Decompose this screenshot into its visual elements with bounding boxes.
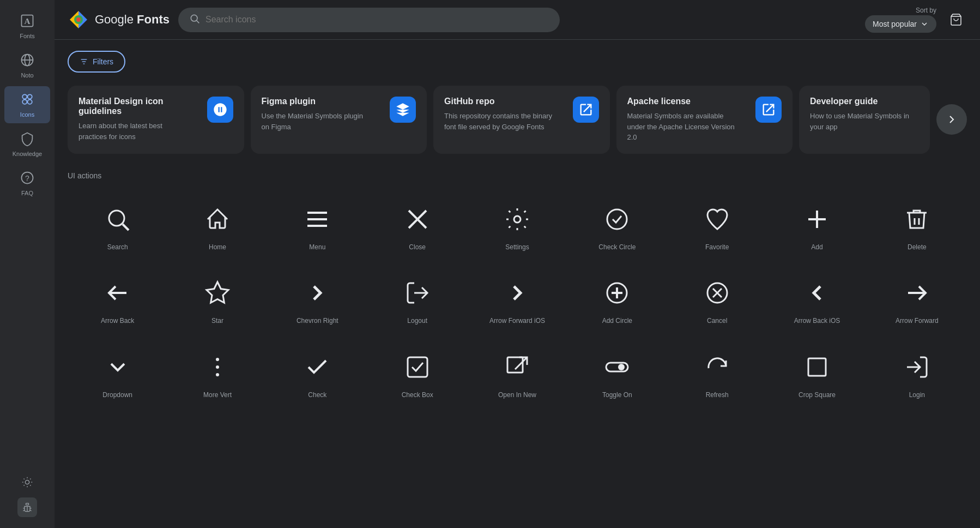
next-card-button[interactable] (936, 104, 967, 135)
logo-normal: Google (95, 13, 137, 26)
icon-cell-crop-square[interactable]: Crop Square (767, 339, 867, 409)
delete-symbol (904, 204, 930, 235)
icon-cell-open-in-new[interactable]: Open In New (467, 339, 567, 409)
search-bar[interactable] (178, 8, 560, 32)
icon-cell-check[interactable]: Check (268, 339, 367, 409)
refresh-symbol (704, 352, 730, 382)
icon-cell-arrow-back[interactable]: Arrow Back (68, 265, 167, 334)
arrow-forward-symbol (904, 278, 930, 308)
icon-cell-dropdown[interactable]: Dropdown (68, 339, 167, 409)
chevron-right-icon (945, 113, 958, 126)
arrow-back-symbol (105, 278, 131, 308)
sort-dropdown[interactable]: Most popular (865, 15, 936, 33)
icon-cell-check-box[interactable]: Check Box (367, 339, 467, 409)
sidebar-item-icons[interactable]: Icons (4, 86, 50, 123)
icon-cell-arrow-forward-ios[interactable]: Arrow Forward iOS (467, 265, 567, 334)
svg-point-6 (28, 94, 32, 99)
icon-cell-add[interactable]: Add (767, 191, 867, 261)
brightness-button[interactable] (16, 471, 38, 493)
resource-card-4-desc: How to use Material Symbols in your app (810, 111, 919, 132)
sidebar-item-noto[interactable]: Noto (4, 47, 50, 84)
svg-point-28 (191, 15, 197, 21)
cart-button[interactable] (945, 9, 967, 31)
sidebar-noto-label: Noto (21, 72, 33, 79)
sort-container: Sort by Most popular (865, 7, 936, 33)
search-label: Search (107, 243, 128, 252)
resource-card-0[interactable]: Material Design icon guidelines Learn ab… (68, 86, 244, 154)
resource-card-3-icon (755, 97, 782, 123)
check-box-label: Check Box (402, 391, 433, 400)
icon-cell-search[interactable]: Search (68, 191, 167, 261)
refresh-label: Refresh (706, 391, 729, 400)
svg-line-17 (30, 485, 31, 485)
resource-card-0-desc: Learn about the latest best practices fo… (78, 121, 187, 142)
resource-card-1[interactable]: Figma plugin Use the Material Symbols pl… (251, 86, 427, 154)
resource-card-2[interactable]: GitHub repo This repository contains the… (433, 86, 610, 154)
icon-cell-cancel[interactable]: Cancel (667, 265, 767, 334)
icon-grid-row1: Search Home Menu Close (68, 191, 967, 261)
resource-card-3[interactable]: Apache license Material Symbols are avai… (616, 86, 793, 154)
bug-report-button[interactable] (17, 497, 37, 517)
cancel-label: Cancel (707, 317, 727, 326)
logo-bold: Fonts (137, 13, 170, 26)
svg-line-18 (24, 485, 25, 485)
icon-cell-delete[interactable]: Delete (867, 191, 967, 261)
icon-cell-arrow-forward[interactable]: Arrow Forward (867, 265, 967, 334)
resource-card-4-title: Developer guide (810, 97, 919, 106)
sidebar-item-fonts[interactable]: A Fonts (4, 8, 50, 45)
icon-cell-refresh[interactable]: Refresh (667, 339, 767, 409)
icon-cell-more-vert[interactable]: More Vert (167, 339, 267, 409)
check-label: Check (308, 391, 326, 400)
icon-cell-chevron-right[interactable]: Chevron Right (268, 265, 367, 334)
sidebar-faq-label: FAQ (21, 190, 33, 196)
icon-cell-favorite[interactable]: Favorite (667, 191, 767, 261)
icon-cell-arrow-back-ios[interactable]: Arrow Back iOS (767, 265, 867, 334)
menu-symbol (304, 204, 330, 235)
svg-point-56 (216, 365, 219, 369)
star-label: Star (211, 317, 223, 326)
icon-cell-close[interactable]: Close (367, 191, 467, 261)
resource-card-0-text: Material Design icon guidelines Learn ab… (78, 97, 201, 142)
chevron-right-symbol (304, 278, 330, 308)
icon-cell-menu[interactable]: Menu (268, 191, 367, 261)
icon-cell-login[interactable]: Login (867, 339, 967, 409)
icon-cell-logout[interactable]: Logout (367, 265, 467, 334)
arrow-forward-ios-label: Arrow Forward iOS (489, 317, 545, 326)
resource-card-1-desc: Use the Material Symbols plugin on Figma (262, 111, 371, 132)
login-label: Login (909, 391, 925, 400)
icon-cell-settings[interactable]: Settings (467, 191, 567, 261)
icon-cell-toggle-on[interactable]: Toggle On (567, 339, 667, 409)
icon-cell-star[interactable]: Star (167, 265, 267, 334)
svg-point-27 (76, 17, 81, 22)
icon-cell-check-circle[interactable]: Check Circle (567, 191, 667, 261)
sidebar-item-faq[interactable]: ? FAQ (4, 165, 50, 202)
logout-label: Logout (407, 317, 427, 326)
resource-card-2-text: GitHub repo This repository contains the… (444, 97, 553, 132)
faq-icon: ? (20, 170, 35, 188)
google-fonts-logo (68, 9, 89, 31)
icon-cell-add-circle[interactable]: Add Circle (567, 265, 667, 334)
check-box-symbol (404, 352, 431, 382)
sidebar-knowledge-label: Knowledge (13, 151, 42, 157)
add-symbol (804, 204, 830, 235)
sidebar-item-knowledge[interactable]: Knowledge (4, 125, 50, 163)
filters-button[interactable]: Filters (68, 51, 125, 73)
resource-card-4[interactable]: Developer guide How to use Material Symb… (799, 86, 930, 154)
logout-symbol (404, 278, 431, 308)
sidebar-fonts-label: Fonts (20, 33, 35, 39)
chevron-right-label: Chevron Right (297, 317, 338, 326)
chevron-down-icon (920, 20, 929, 28)
logo-link[interactable]: Google Fonts (68, 9, 170, 31)
settings-symbol (504, 204, 530, 235)
sort-label: Sort by (916, 7, 936, 14)
header: Google Fonts Sort by Most popular (55, 0, 980, 40)
search-input[interactable] (205, 15, 549, 25)
menu-label: Menu (309, 243, 325, 252)
icon-grid-row3: Dropdown More Vert Check (68, 339, 967, 409)
svg-point-11 (25, 480, 29, 484)
sort-value: Most popular (873, 20, 917, 28)
resource-card-2-icon (573, 97, 599, 123)
open-in-new-symbol (504, 352, 530, 382)
icon-cell-home[interactable]: Home (167, 191, 267, 261)
content-area: Filters Material Design icon guidelines … (55, 40, 980, 528)
